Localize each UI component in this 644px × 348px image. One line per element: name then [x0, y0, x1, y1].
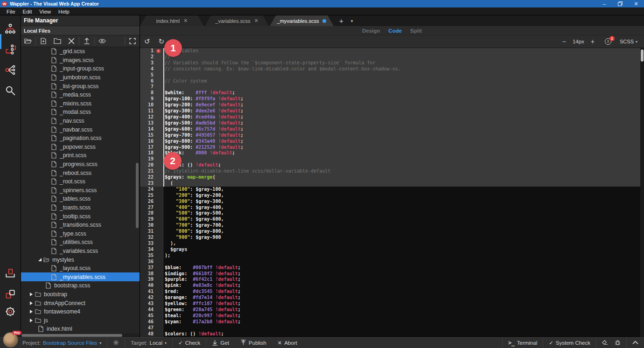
tree-collapsed-icon[interactable] — [28, 292, 34, 296]
user-avatar[interactable]: Pro — [3, 332, 18, 348]
line-number[interactable]: 37 — [140, 265, 163, 271]
tree-item-_variables.scss[interactable]: _variables.scss — [21, 247, 140, 256]
tree-collapsed-icon[interactable] — [28, 310, 34, 313]
tree-item-_modal.scss[interactable]: _modal.scss — [21, 108, 140, 117]
line-number[interactable]: 34 — [140, 247, 163, 253]
install-icon[interactable] — [3, 266, 17, 280]
line-number[interactable]: 43 — [140, 301, 163, 307]
tree-item-mystyles[interactable]: mystyles — [21, 255, 140, 264]
connections-icon[interactable] — [3, 63, 17, 77]
line-number[interactable]: 30 — [140, 223, 163, 229]
line-number[interactable]: 28 — [140, 210, 163, 216]
tree-item-dmxAppConnect[interactable]: dmxAppConnect — [21, 299, 140, 307]
project-settings-button[interactable] — [107, 338, 125, 348]
tree-item-_toasts.scss[interactable]: _toasts.scss — [21, 203, 140, 212]
tree-collapsed-icon[interactable] — [28, 319, 34, 322]
line-number[interactable]: 45 — [140, 313, 163, 319]
line-number[interactable]: 48 — [140, 331, 163, 337]
line-number[interactable]: 6 — [140, 78, 163, 84]
font-size-decrease-button[interactable]: − — [560, 38, 568, 45]
line-number[interactable]: 29 — [140, 216, 163, 223]
line-number[interactable]: 11 — [140, 108, 163, 114]
tree-item-_popover.scss[interactable]: _popover.scss — [21, 143, 140, 152]
tree-item-_media.scss[interactable]: _media.scss — [21, 90, 140, 99]
line-number[interactable]: 15 — [140, 132, 163, 139]
tree-collapsed-icon[interactable] — [28, 301, 34, 305]
line-number[interactable]: 3 — [140, 60, 163, 66]
line-number[interactable]: 41 — [140, 289, 163, 295]
lint-warnings-button[interactable]: ! 1 — [605, 38, 611, 45]
new-tab-button[interactable]: + — [335, 15, 348, 26]
tree-item-_layout.scss[interactable]: _layout.scss — [21, 264, 140, 273]
line-number[interactable]: 24 — [140, 187, 163, 193]
line-number[interactable]: 44 — [140, 307, 163, 313]
close-button[interactable]: ✕ — [628, 0, 644, 7]
tree-item-bootstrap[interactable]: bootstrap — [21, 290, 140, 299]
line-number[interactable]: 9 — [140, 96, 163, 102]
lint-error-icon[interactable]: ✕ — [156, 49, 161, 53]
tab-list-chevron-icon[interactable]: ▾ — [348, 15, 356, 26]
target-selector[interactable]: Target: Local ▾ — [125, 338, 173, 348]
tree-item-_mixins.scss[interactable]: _mixins.scss — [21, 99, 140, 108]
line-number[interactable]: 42 — [140, 295, 163, 301]
tab-index.html[interactable]: index.html✕ — [140, 15, 204, 26]
tree-item-fontawesome4[interactable]: fontawesome4 — [21, 307, 140, 316]
line-number[interactable]: 25 — [140, 193, 163, 199]
tab-close-icon[interactable]: ✕ — [254, 18, 258, 24]
undo-icon[interactable]: ↺ — [140, 37, 154, 46]
menu-file[interactable]: File — [3, 9, 19, 14]
tree-item-_print.scss[interactable]: _print.scss — [21, 151, 140, 160]
tab-_myvariables.scss[interactable]: _myvariables.scss — [270, 15, 334, 26]
tree-item-_images.scss[interactable]: _images.scss — [21, 56, 140, 65]
tree-item-_grid.scss[interactable]: _grid.scss — [21, 47, 140, 56]
tree-item-_reboot.scss[interactable]: _reboot.scss — [21, 168, 140, 177]
delete-icon[interactable] — [64, 35, 78, 47]
line-number[interactable]: 16 — [140, 139, 163, 145]
tree-item-_progress.scss[interactable]: _progress.scss — [21, 160, 140, 169]
tree-item-bootstrap.scss[interactable]: bootstrap.scss — [21, 281, 140, 290]
tree-item-_tooltip.scss[interactable]: _tooltip.scss — [21, 212, 140, 221]
tab-_variables.scss[interactable]: _variables.scss✕ — [205, 15, 269, 26]
tree-item-_pagination.scss[interactable]: _pagination.scss — [21, 134, 140, 143]
search-icon[interactable] — [3, 84, 17, 97]
publish-button[interactable]: Publish — [235, 338, 272, 348]
line-number[interactable]: 17 — [140, 145, 163, 151]
line-number[interactable]: 8 — [140, 90, 163, 96]
sitemap-icon[interactable] — [3, 22, 17, 36]
line-number[interactable]: 19 — [140, 156, 163, 162]
line-number[interactable]: 32 — [140, 235, 163, 241]
tree-item-_transitions.scss[interactable]: _transitions.scss — [21, 221, 140, 230]
line-number[interactable]: 36 — [140, 259, 163, 265]
line-number[interactable]: 35 — [140, 253, 163, 259]
settings-gear-icon[interactable] — [3, 305, 17, 319]
tree-item-_list-group.scss[interactable]: _list-group.scss — [21, 82, 140, 90]
editor-vertical-scrollbar[interactable] — [640, 48, 644, 337]
tab-close-icon[interactable]: ✕ — [183, 18, 188, 24]
system-check-button[interactable]: ✓ System Check — [543, 338, 596, 348]
tree-item-_tables.scss[interactable]: _tables.scss — [21, 195, 140, 203]
open-folder-icon[interactable] — [21, 35, 35, 47]
line-number[interactable]: 39 — [140, 277, 163, 283]
view-mode-split[interactable]: Split — [410, 28, 422, 34]
tree-item-_jumbotron.scss[interactable]: _jumbotron.scss — [21, 73, 140, 82]
tree-item-_type.scss[interactable]: _type.scss — [21, 229, 140, 238]
font-size-increase-button[interactable]: + — [589, 38, 596, 45]
line-number[interactable]: 4 — [140, 66, 163, 72]
preview-eye-icon[interactable] — [95, 35, 109, 47]
line-number[interactable]: 33 — [140, 241, 163, 247]
line-number[interactable]: 7 — [140, 84, 163, 90]
new-file-icon[interactable] — [36, 35, 50, 47]
language-mode-select[interactable]: SCSS▾ — [620, 39, 637, 44]
menu-help[interactable]: Help — [55, 9, 73, 14]
upload-icon[interactable] — [80, 35, 94, 47]
line-number[interactable]: 31 — [140, 229, 163, 235]
code-editor[interactable]: 1✕// Variables2//3// Variables should fo… — [140, 48, 644, 337]
restore-button[interactable] — [612, 0, 628, 7]
bug-icon[interactable] — [615, 340, 621, 347]
tree-horizontal-scrollbar[interactable] — [21, 334, 140, 337]
line-number[interactable]: 18 — [140, 150, 163, 156]
line-number[interactable]: 27 — [140, 205, 163, 211]
local-files-header[interactable]: Local Files — [21, 26, 140, 35]
tree-expanded-icon[interactable] — [37, 258, 42, 261]
tree-item-_nav.scss[interactable]: _nav.scss — [21, 117, 140, 125]
